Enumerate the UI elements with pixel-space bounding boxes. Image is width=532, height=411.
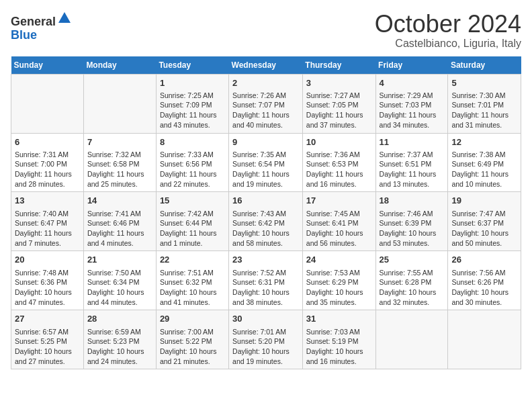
- day-header-saturday: Saturday: [448, 56, 521, 75]
- day-info: Sunrise: 7:52 AM Sunset: 6:31 PM Dayligh…: [232, 268, 299, 308]
- day-info: Sunrise: 7:26 AM Sunset: 7:07 PM Dayligh…: [232, 91, 299, 130]
- day-number: 23: [232, 254, 299, 266]
- day-header-sunday: Sunday: [11, 56, 84, 75]
- calendar-cell: 12Sunrise: 7:38 AM Sunset: 6:49 PM Dayli…: [448, 133, 521, 192]
- svg-marker-0: [58, 12, 71, 23]
- calendar-cell: 31Sunrise: 7:03 AM Sunset: 5:19 PM Dayli…: [302, 310, 375, 369]
- calendar-cell: 7Sunrise: 7:32 AM Sunset: 6:58 PM Daylig…: [83, 133, 156, 192]
- week-row-4: 20Sunrise: 7:48 AM Sunset: 6:36 PM Dayli…: [11, 251, 521, 310]
- day-number: 7: [87, 136, 152, 148]
- day-number: 20: [15, 254, 80, 266]
- day-info: Sunrise: 7:27 AM Sunset: 7:05 PM Dayligh…: [306, 91, 372, 130]
- day-info: Sunrise: 7:56 AM Sunset: 6:26 PM Dayligh…: [451, 268, 517, 308]
- calendar-cell: 25Sunrise: 7:55 AM Sunset: 6:28 PM Dayli…: [375, 251, 448, 310]
- day-number: 13: [15, 195, 80, 207]
- calendar-cell: 11Sunrise: 7:37 AM Sunset: 6:51 PM Dayli…: [375, 133, 448, 192]
- calendar-cell: [375, 310, 448, 369]
- calendar-cell: 1Sunrise: 7:25 AM Sunset: 7:09 PM Daylig…: [156, 74, 228, 133]
- calendar-cell: 19Sunrise: 7:47 AM Sunset: 6:37 PM Dayli…: [448, 192, 521, 251]
- day-info: Sunrise: 7:41 AM Sunset: 6:46 PM Dayligh…: [87, 209, 152, 248]
- day-info: Sunrise: 7:40 AM Sunset: 6:47 PM Dayligh…: [15, 209, 80, 248]
- day-number: 10: [306, 136, 372, 148]
- day-info: Sunrise: 7:31 AM Sunset: 7:00 PM Dayligh…: [15, 150, 80, 189]
- calendar-cell: 14Sunrise: 7:41 AM Sunset: 6:46 PM Dayli…: [83, 192, 156, 251]
- day-number: 2: [232, 77, 299, 89]
- calendar-cell: 20Sunrise: 7:48 AM Sunset: 6:36 PM Dayli…: [11, 251, 84, 310]
- day-number: 6: [15, 136, 80, 148]
- calendar-body: 1Sunrise: 7:25 AM Sunset: 7:09 PM Daylig…: [11, 74, 521, 369]
- day-number: 5: [451, 77, 517, 89]
- day-header-thursday: Thursday: [302, 56, 375, 75]
- day-number: 21: [87, 254, 152, 266]
- day-info: Sunrise: 7:50 AM Sunset: 6:34 PM Dayligh…: [87, 268, 152, 308]
- logo: General Blue: [11, 11, 72, 42]
- day-info: Sunrise: 7:48 AM Sunset: 6:36 PM Dayligh…: [15, 268, 80, 308]
- day-number: 11: [380, 136, 445, 148]
- month-title: October 2024: [375, 11, 521, 38]
- day-number: 16: [232, 195, 299, 207]
- day-number: 25: [380, 254, 445, 266]
- day-number: 12: [451, 136, 517, 148]
- header-row: SundayMondayTuesdayWednesdayThursdayFrid…: [11, 56, 521, 75]
- calendar-header: SundayMondayTuesdayWednesdayThursdayFrid…: [11, 56, 521, 75]
- day-info: Sunrise: 7:51 AM Sunset: 6:32 PM Dayligh…: [160, 268, 225, 308]
- day-info: Sunrise: 7:45 AM Sunset: 6:41 PM Dayligh…: [306, 209, 372, 248]
- calendar-cell: [448, 310, 521, 369]
- day-number: 29: [160, 313, 225, 325]
- calendar-cell: 13Sunrise: 7:40 AM Sunset: 6:47 PM Dayli…: [11, 192, 84, 251]
- day-number: 24: [306, 254, 372, 266]
- logo-blue: Blue: [11, 28, 37, 42]
- day-info: Sunrise: 7:03 AM Sunset: 5:19 PM Dayligh…: [306, 327, 372, 367]
- calendar-cell: 4Sunrise: 7:29 AM Sunset: 7:03 PM Daylig…: [375, 74, 448, 133]
- day-info: Sunrise: 7:29 AM Sunset: 7:03 PM Dayligh…: [380, 91, 445, 130]
- title-block: October 2024 Castelbianco, Liguria, Ital…: [375, 11, 521, 50]
- day-info: Sunrise: 7:42 AM Sunset: 6:44 PM Dayligh…: [160, 209, 225, 248]
- calendar-cell: 10Sunrise: 7:36 AM Sunset: 6:53 PM Dayli…: [302, 133, 375, 192]
- calendar-cell: 2Sunrise: 7:26 AM Sunset: 7:07 PM Daylig…: [229, 74, 303, 133]
- calendar-cell: 28Sunrise: 6:59 AM Sunset: 5:23 PM Dayli…: [83, 310, 156, 369]
- location: Castelbianco, Liguria, Italy: [375, 38, 521, 50]
- logo-general: General: [11, 15, 56, 28]
- week-row-1: 1Sunrise: 7:25 AM Sunset: 7:09 PM Daylig…: [11, 74, 521, 133]
- day-number: 4: [380, 77, 445, 89]
- day-header-monday: Monday: [83, 56, 156, 75]
- day-info: Sunrise: 7:36 AM Sunset: 6:53 PM Dayligh…: [306, 150, 372, 189]
- day-info: Sunrise: 7:38 AM Sunset: 6:49 PM Dayligh…: [451, 150, 517, 189]
- day-number: 9: [232, 136, 299, 148]
- logo-icon: [57, 11, 72, 26]
- calendar-cell: 18Sunrise: 7:46 AM Sunset: 6:39 PM Dayli…: [375, 192, 448, 251]
- week-row-5: 27Sunrise: 6:57 AM Sunset: 5:25 PM Dayli…: [11, 310, 521, 369]
- day-number: 14: [87, 195, 152, 207]
- calendar-cell: 5Sunrise: 7:30 AM Sunset: 7:01 PM Daylig…: [448, 74, 521, 133]
- day-header-wednesday: Wednesday: [229, 56, 303, 75]
- calendar-cell: 3Sunrise: 7:27 AM Sunset: 7:05 PM Daylig…: [302, 74, 375, 133]
- calendar-cell: 30Sunrise: 7:01 AM Sunset: 5:20 PM Dayli…: [229, 310, 303, 369]
- day-info: Sunrise: 7:01 AM Sunset: 5:20 PM Dayligh…: [232, 327, 299, 367]
- calendar-cell: 6Sunrise: 7:31 AM Sunset: 7:00 PM Daylig…: [11, 133, 84, 192]
- day-number: 17: [306, 195, 372, 207]
- day-number: 15: [160, 195, 225, 207]
- day-info: Sunrise: 7:25 AM Sunset: 7:09 PM Dayligh…: [160, 91, 225, 130]
- day-info: Sunrise: 7:37 AM Sunset: 6:51 PM Dayligh…: [380, 150, 445, 189]
- day-info: Sunrise: 7:43 AM Sunset: 6:42 PM Dayligh…: [232, 209, 299, 248]
- day-info: Sunrise: 7:55 AM Sunset: 6:28 PM Dayligh…: [380, 268, 445, 308]
- week-row-2: 6Sunrise: 7:31 AM Sunset: 7:00 PM Daylig…: [11, 133, 521, 192]
- day-number: 26: [451, 254, 517, 266]
- day-info: Sunrise: 7:47 AM Sunset: 6:37 PM Dayligh…: [451, 209, 517, 248]
- calendar-cell: 16Sunrise: 7:43 AM Sunset: 6:42 PM Dayli…: [229, 192, 303, 251]
- day-info: Sunrise: 7:35 AM Sunset: 6:54 PM Dayligh…: [232, 150, 299, 189]
- day-info: Sunrise: 7:46 AM Sunset: 6:39 PM Dayligh…: [380, 209, 445, 248]
- day-number: 27: [15, 313, 80, 325]
- day-number: 1: [160, 77, 225, 89]
- calendar-cell: 21Sunrise: 7:50 AM Sunset: 6:34 PM Dayli…: [83, 251, 156, 310]
- calendar-cell: [83, 74, 156, 133]
- day-info: Sunrise: 7:00 AM Sunset: 5:22 PM Dayligh…: [160, 327, 225, 367]
- calendar-table: SundayMondayTuesdayWednesdayThursdayFrid…: [11, 56, 521, 370]
- day-header-friday: Friday: [375, 56, 448, 75]
- day-info: Sunrise: 6:59 AM Sunset: 5:23 PM Dayligh…: [87, 327, 152, 367]
- calendar-cell: 9Sunrise: 7:35 AM Sunset: 6:54 PM Daylig…: [229, 133, 303, 192]
- day-info: Sunrise: 6:57 AM Sunset: 5:25 PM Dayligh…: [15, 327, 80, 367]
- day-number: 30: [232, 313, 299, 325]
- day-number: 22: [160, 254, 225, 266]
- calendar-cell: [11, 74, 84, 133]
